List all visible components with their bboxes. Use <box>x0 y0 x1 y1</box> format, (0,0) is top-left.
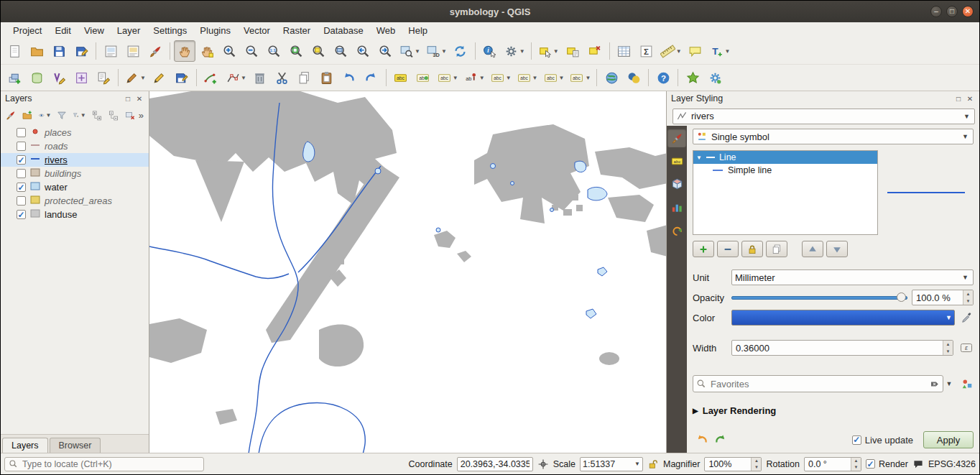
checkbox-checked-icon[interactable]: ✓ <box>852 435 861 445</box>
cut-features-button[interactable] <box>272 67 293 88</box>
layer-checkbox-checked[interactable]: ✓ <box>17 155 26 165</box>
layer-item-protected_areas[interactable]: protected_areas <box>1 194 149 208</box>
symbol-type-selector[interactable]: Single symbol ▼ <box>693 129 974 144</box>
coordinate-toggle-icon[interactable] <box>537 458 549 470</box>
opacity-slider-handle[interactable] <box>897 292 906 302</box>
collapse-all-button[interactable] <box>106 107 121 123</box>
pin-unpin-labels-button[interactable]: ab▼ <box>461 67 487 88</box>
zoom-last-button[interactable] <box>352 40 374 62</box>
zoom-native-button[interactable]: 1:1 <box>263 40 285 62</box>
map-canvas[interactable] <box>149 91 666 453</box>
show-hide-labels-button[interactable]: abc▼ <box>488 67 514 88</box>
messages-icon[interactable] <box>912 458 924 470</box>
zoom-in-button[interactable] <box>218 40 240 62</box>
style-filter-dropdown[interactable]: ▼ <box>943 375 955 392</box>
remove-layer-button[interactable] <box>122 107 138 123</box>
new-shapefile-layer-button[interactable] <box>48 67 70 88</box>
manage-map-themes-button[interactable]: ▼ <box>36 107 53 123</box>
add-symbol-layer-button[interactable] <box>693 241 714 257</box>
refresh-map-button[interactable] <box>450 40 471 62</box>
save-project-as-button[interactable] <box>70 40 92 62</box>
zoom-to-layer-button[interactable] <box>330 40 351 62</box>
map-tips-button[interactable] <box>685 40 706 62</box>
layer-checkbox-unchecked[interactable] <box>17 169 26 178</box>
open-layer-styling-panel-button[interactable] <box>3 107 19 123</box>
apply-button[interactable]: Apply <box>923 431 974 448</box>
render-checkbox[interactable]: ✓ Render <box>866 459 908 469</box>
new-print-layout-button[interactable] <box>100 40 121 62</box>
open-data-source-manager-button[interactable] <box>4 67 25 88</box>
close-button[interactable]: ✕ <box>962 6 974 17</box>
labels-tab[interactable]: abc <box>667 152 686 170</box>
statistical-summary-button[interactable]: Σ <box>636 40 657 62</box>
transparency-tab[interactable] <box>667 198 686 216</box>
opacity-spinbox[interactable]: 100.0 % ▲▼ <box>912 290 974 305</box>
layer-item-buildings[interactable]: buildings <box>1 167 149 180</box>
opacity-slider[interactable] <box>731 290 907 305</box>
copy-features-button[interactable] <box>294 67 315 88</box>
maximize-button[interactable]: □ <box>946 6 958 17</box>
locate-search-box[interactable] <box>4 457 204 471</box>
new-geopackage-layer-button[interactable] <box>26 67 47 88</box>
checkbox-checked-icon[interactable]: ✓ <box>866 459 875 469</box>
metasearch-button[interactable] <box>601 67 622 88</box>
redo-button[interactable] <box>361 67 382 88</box>
help-contents-button[interactable]: ? <box>652 67 674 88</box>
toolbar-overflow-chevron[interactable]: » <box>139 110 147 121</box>
width-spinbox[interactable]: 0.36000 ▲▼ <box>731 340 953 356</box>
style-search-input[interactable] <box>709 378 926 390</box>
zoom-to-selection-button[interactable] <box>308 40 329 62</box>
move-label-button[interactable]: abc▼ <box>514 67 540 88</box>
add-line-feature-button[interactable] <box>200 67 222 88</box>
deselect-features-button[interactable] <box>584 40 606 62</box>
style-manager-icon[interactable] <box>961 377 974 390</box>
duplicate-symbol-layer-button[interactable] <box>766 241 787 257</box>
open-attribute-table-button[interactable] <box>614 40 635 62</box>
layer-checkbox-unchecked[interactable] <box>17 128 26 137</box>
undo-style-button[interactable] <box>693 431 711 448</box>
menu-database[interactable]: Database <box>317 24 370 37</box>
zoom-full-button[interactable] <box>285 40 307 62</box>
add-group-button[interactable] <box>19 107 35 123</box>
new-virtual-layer-button[interactable] <box>70 67 92 88</box>
menu-settings[interactable]: Settings <box>147 24 193 37</box>
lock-scale-icon[interactable] <box>647 458 659 470</box>
color-button[interactable]: ▼ <box>731 310 955 326</box>
layer-checkbox-checked[interactable]: ✓ <box>17 210 26 219</box>
symbol-tree-line-item[interactable]: ▼ Line <box>693 151 877 164</box>
show-layout-manager-button[interactable] <box>122 40 144 62</box>
menu-web[interactable]: Web <box>370 24 402 37</box>
close-panel-icon[interactable]: ✕ <box>134 93 144 103</box>
save-project-button[interactable] <box>48 40 70 62</box>
paste-features-button[interactable] <box>316 67 338 88</box>
color-dropper-icon[interactable] <box>961 311 974 324</box>
menu-view[interactable]: View <box>78 24 111 37</box>
panel-tab-layers[interactable]: Layers <box>2 438 48 453</box>
unit-selector[interactable]: Millimeter ▼ <box>731 269 974 285</box>
layer-labeling-options-button[interactable]: abc <box>390 67 412 88</box>
layer-checkbox-unchecked[interactable] <box>17 142 26 151</box>
save-layer-edits-button[interactable] <box>171 67 193 88</box>
symbol-tree-simple-line-item[interactable]: Simple line <box>693 164 877 177</box>
crs-status-label[interactable]: EPSG:4326 <box>928 459 976 469</box>
filter-legend-by-expression-button[interactable]: ε▼ <box>70 107 88 123</box>
undock-panel-icon[interactable]: □ <box>123 93 133 103</box>
zoom-next-button[interactable] <box>374 40 396 62</box>
styling-layer-selector[interactable]: rivers ▼ <box>672 109 975 124</box>
run-feature-action-button[interactable]: ▼ <box>501 40 527 62</box>
minimize-button[interactable]: – <box>930 6 942 17</box>
coordinate-input[interactable] <box>457 457 533 471</box>
new-project-button[interactable] <box>4 40 25 62</box>
layer-checkbox-checked[interactable]: ✓ <box>17 183 26 192</box>
text-annotation-button[interactable]: T▼ <box>707 40 733 62</box>
layer-item-rivers[interactable]: ✓rivers <box>1 153 149 167</box>
toggle-editing-button[interactable] <box>149 67 170 88</box>
scale-combo[interactable]: 1:51337 ▼ <box>580 457 643 471</box>
menu-edit[interactable]: Edit <box>48 24 77 37</box>
identify-features-button[interactable]: i <box>479 40 501 62</box>
move-symbol-up-button[interactable] <box>802 241 823 257</box>
style-manager-button[interactable] <box>144 40 166 62</box>
delete-selected-button[interactable] <box>249 67 271 88</box>
layer-checkbox-unchecked[interactable] <box>17 196 26 206</box>
expand-all-button[interactable] <box>89 107 105 123</box>
